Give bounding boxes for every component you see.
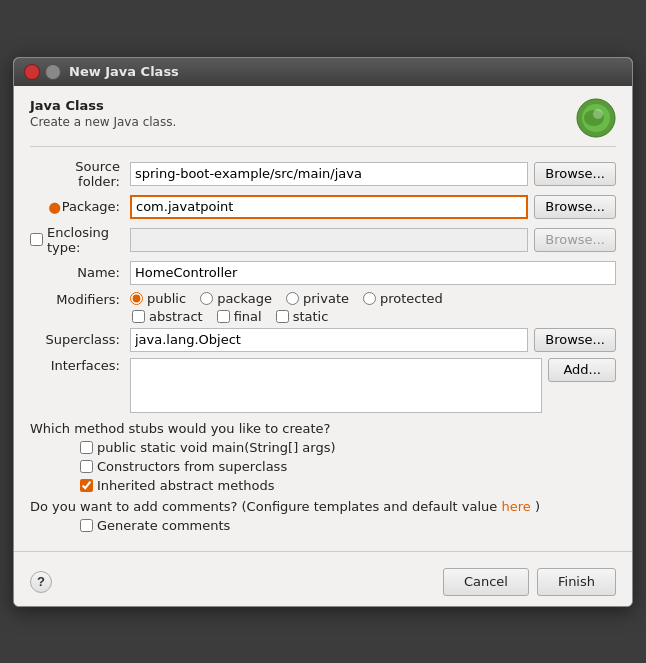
package-row: ⬤Package: Browse...	[30, 195, 616, 219]
package-input[interactable]	[130, 195, 528, 219]
dialog-window: New Java Class Java Class Create a new J…	[13, 57, 633, 607]
modifiers-row: Modifiers: public package private	[30, 291, 616, 324]
stubs-section: Which method stubs would you like to cre…	[30, 421, 616, 493]
modifier-public-label[interactable]: public	[130, 291, 186, 306]
modifier-static-checkbox[interactable]	[276, 310, 289, 323]
comments-prefix: Do you want to add comments? (Configure …	[30, 499, 497, 514]
enclosing-type-label: Enclosing type:	[47, 225, 120, 255]
superclass-browse-button[interactable]: Browse...	[534, 328, 616, 352]
modifier-private-text: private	[303, 291, 349, 306]
superclass-row: Superclass: Browse...	[30, 328, 616, 352]
modifier-package-radio[interactable]	[200, 292, 213, 305]
superclass-input[interactable]	[130, 328, 528, 352]
modifier-private-radio[interactable]	[286, 292, 299, 305]
modifier-private-label[interactable]: private	[286, 291, 349, 306]
comments-text: Do you want to add comments? (Configure …	[30, 499, 616, 514]
modifier-abstract-text: abstract	[149, 309, 203, 324]
enclosing-label-area: Enclosing type:	[30, 225, 130, 255]
superclass-label: Superclass:	[30, 332, 130, 347]
modifier-public-text: public	[147, 291, 186, 306]
eclipse-logo-icon	[576, 98, 616, 138]
source-folder-label: Source folder:	[30, 159, 130, 189]
name-row: Name:	[30, 261, 616, 285]
modifier-package-label[interactable]: package	[200, 291, 272, 306]
package-label: ⬤Package:	[30, 199, 130, 214]
source-folder-row: Source folder: Browse...	[30, 159, 616, 189]
stub-constructors-text: Constructors from superclass	[97, 459, 287, 474]
comments-section: Do you want to add comments? (Configure …	[30, 499, 616, 533]
required-indicator: ⬤	[48, 201, 60, 214]
enclosing-type-row: Enclosing type: Browse...	[30, 225, 616, 255]
window-controls	[24, 64, 61, 80]
interfaces-label: Interfaces:	[30, 358, 130, 373]
help-button[interactable]: ?	[30, 571, 52, 593]
stub-constructors-checkbox[interactable]	[80, 460, 93, 473]
access-modifiers-row: public package private protected	[130, 291, 443, 306]
interfaces-add-button[interactable]: Add...	[548, 358, 616, 382]
dialog-subtitle: Create a new Java class.	[30, 115, 176, 129]
modifier-protected-radio[interactable]	[363, 292, 376, 305]
footer-left: ?	[30, 571, 52, 593]
comments-suffix: )	[535, 499, 540, 514]
window-title: New Java Class	[69, 64, 179, 79]
stub-inherited-checkbox[interactable]	[80, 479, 93, 492]
interfaces-row: Interfaces: Add...	[30, 358, 616, 413]
close-button[interactable]	[24, 64, 40, 80]
source-folder-input[interactable]	[130, 162, 528, 186]
generate-comments-label[interactable]: Generate comments	[80, 518, 616, 533]
modifiers-content: public package private protected	[130, 291, 443, 324]
comments-link[interactable]: here	[501, 499, 530, 514]
source-folder-browse-button[interactable]: Browse...	[534, 162, 616, 186]
finish-button[interactable]: Finish	[537, 568, 616, 596]
generate-comments-checkbox[interactable]	[80, 519, 93, 532]
enclosing-type-browse-button: Browse...	[534, 228, 616, 252]
footer: ? Cancel Finish	[14, 560, 632, 606]
package-browse-button[interactable]: Browse...	[534, 195, 616, 219]
footer-right: Cancel Finish	[443, 568, 616, 596]
stubs-options: public static void main(String[] args) C…	[30, 440, 616, 493]
title-bar: New Java Class	[14, 58, 632, 86]
interfaces-textarea[interactable]	[130, 358, 542, 413]
modifier-protected-label[interactable]: protected	[363, 291, 443, 306]
footer-divider	[14, 551, 632, 552]
modifier-abstract-checkbox[interactable]	[132, 310, 145, 323]
stubs-title: Which method stubs would you like to cre…	[30, 421, 616, 436]
cancel-button[interactable]: Cancel	[443, 568, 529, 596]
modifier-static-text: static	[293, 309, 329, 324]
modifier-package-text: package	[217, 291, 272, 306]
modifier-public-radio[interactable]	[130, 292, 143, 305]
modifier-abstract-label[interactable]: abstract	[132, 309, 203, 324]
enclosing-type-checkbox-label[interactable]: Enclosing type:	[30, 225, 120, 255]
modifier-final-checkbox[interactable]	[217, 310, 230, 323]
svg-point-3	[593, 109, 603, 119]
stub-main-label[interactable]: public static void main(String[] args)	[80, 440, 616, 455]
stub-main-checkbox[interactable]	[80, 441, 93, 454]
stub-inherited-label[interactable]: Inherited abstract methods	[80, 478, 616, 493]
enclosing-type-checkbox[interactable]	[30, 233, 43, 246]
modifier-final-text: final	[234, 309, 262, 324]
generate-comments-row: Generate comments	[30, 518, 616, 533]
generate-comments-text: Generate comments	[97, 518, 230, 533]
stub-main-text: public static void main(String[] args)	[97, 440, 336, 455]
dialog-content: Java Class Create a new Java class. Sour…	[14, 86, 632, 543]
other-modifiers-row: abstract final static	[132, 309, 443, 324]
name-label: Name:	[30, 265, 130, 280]
modifier-static-label[interactable]: static	[276, 309, 329, 324]
modifier-final-label[interactable]: final	[217, 309, 262, 324]
name-input[interactable]	[130, 261, 616, 285]
stub-constructors-label[interactable]: Constructors from superclass	[80, 459, 616, 474]
enclosing-type-input[interactable]	[130, 228, 528, 252]
header-section: Java Class Create a new Java class.	[30, 98, 616, 147]
stub-inherited-text: Inherited abstract methods	[97, 478, 275, 493]
modifiers-label: Modifiers:	[30, 291, 130, 307]
dialog-title: Java Class	[30, 98, 176, 113]
header-text: Java Class Create a new Java class.	[30, 98, 176, 129]
modifier-protected-text: protected	[380, 291, 443, 306]
minimize-button[interactable]	[45, 64, 61, 80]
